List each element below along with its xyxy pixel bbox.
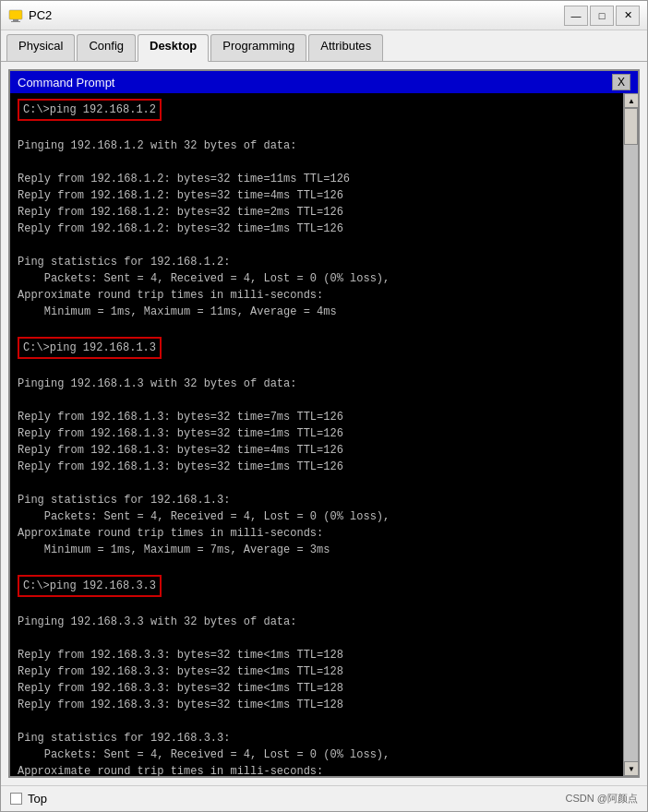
cmd-body-wrapper: C:\>ping 192.168.1.2 Pinging 192.168.1.2… bbox=[10, 93, 638, 776]
cmd-line: Packets: Sent = 4, Received = 4, Lost = … bbox=[18, 746, 616, 763]
cmd-scrollbar[interactable]: ▲ ▼ bbox=[623, 93, 638, 776]
tab-desktop[interactable]: Desktop bbox=[138, 34, 209, 62]
cmd-line: Reply from 192.168.1.2: bytes=32 time=2m… bbox=[18, 204, 616, 221]
command-prompt-window: Command Prompt X C:\>ping 192.168.1.2 Pi… bbox=[8, 69, 640, 778]
cmd-line: Reply from 192.168.1.2: bytes=32 time=1m… bbox=[18, 221, 616, 237]
top-label: Top bbox=[28, 792, 47, 806]
cmd-line: Reply from 192.168.3.3: bytes=32 time<1m… bbox=[18, 647, 616, 663]
tab-attributes[interactable]: Attributes bbox=[308, 34, 383, 61]
bottom-bar: Top CSDN @阿颜点 bbox=[1, 785, 647, 811]
cmd-boxed-line: C:\>ping 192.168.1.2 bbox=[18, 99, 162, 121]
cmd-boxed-line: C:\>ping 192.168.1.3 bbox=[18, 337, 162, 359]
cmd-close-button[interactable]: X bbox=[612, 74, 630, 90]
main-content: Command Prompt X C:\>ping 192.168.1.2 Pi… bbox=[1, 62, 647, 785]
cmd-line: Reply from 192.168.1.3: bytes=32 time=1m… bbox=[18, 459, 616, 475]
cmd-line: Reply from 192.168.3.3: bytes=32 time<1m… bbox=[18, 697, 616, 713]
scrollbar-down-arrow[interactable]: ▼ bbox=[624, 761, 638, 776]
tab-config[interactable]: Config bbox=[77, 34, 136, 61]
maximize-button[interactable]: □ bbox=[590, 6, 614, 26]
cmd-line: Pinging 192.168.1.3 with 32 bytes of dat… bbox=[18, 376, 616, 392]
cmd-body[interactable]: C:\>ping 192.168.1.2 Pinging 192.168.1.2… bbox=[10, 93, 623, 776]
cmd-line: Approximate round trip times in milli-se… bbox=[18, 287, 616, 304]
cmd-line: Pinging 192.168.1.2 with 32 bytes of dat… bbox=[18, 137, 616, 154]
cmd-line: Packets: Sent = 4, Received = 4, Lost = … bbox=[18, 508, 616, 525]
tab-programming[interactable]: Programming bbox=[210, 34, 306, 61]
cmd-line: Minimum = 1ms, Maximum = 11ms, Average =… bbox=[18, 304, 616, 320]
cmd-line: Approximate round trip times in milli-se… bbox=[18, 525, 616, 542]
title-bar-left: PC2 bbox=[8, 8, 52, 23]
tab-bar: Physical Config Desktop Programming Attr… bbox=[1, 30, 647, 62]
cmd-line: Reply from 192.168.1.3: bytes=32 time=7m… bbox=[18, 409, 616, 425]
scrollbar-track bbox=[624, 108, 638, 761]
title-buttons: — □ ✕ bbox=[564, 6, 640, 26]
cmd-line: Reply from 192.168.1.2: bytes=32 time=4m… bbox=[18, 187, 616, 204]
cmd-line: Ping statistics for 192.168.1.2: bbox=[18, 254, 616, 270]
pc-icon bbox=[8, 8, 23, 23]
bottom-left: Top bbox=[10, 792, 47, 806]
cmd-line: Reply from 192.168.1.3: bytes=32 time=1m… bbox=[18, 425, 616, 442]
scrollbar-up-arrow[interactable]: ▲ bbox=[624, 93, 638, 108]
cmd-line: Pinging 192.168.3.3 with 32 bytes of dat… bbox=[18, 614, 616, 630]
cmd-title-label: Command Prompt bbox=[18, 76, 114, 90]
svg-rect-0 bbox=[9, 10, 22, 19]
scrollbar-thumb[interactable] bbox=[624, 108, 638, 145]
top-checkbox[interactable] bbox=[10, 793, 22, 805]
cmd-line: Reply from 192.168.3.3: bytes=32 time<1m… bbox=[18, 680, 616, 697]
main-window: PC2 — □ ✕ Physical Config Desktop Progra… bbox=[0, 0, 648, 812]
close-button[interactable]: ✕ bbox=[616, 6, 640, 26]
cmd-line: Approximate round trip times in milli-se… bbox=[18, 763, 616, 776]
cmd-line: Ping statistics for 192.168.3.3: bbox=[18, 730, 616, 746]
cmd-line: Minimum = 1ms, Maximum = 7ms, Average = … bbox=[18, 542, 616, 558]
cmd-line: Reply from 192.168.1.2: bytes=32 time=11… bbox=[18, 171, 616, 187]
watermark: CSDN @阿颜点 bbox=[566, 792, 638, 806]
minimize-button[interactable]: — bbox=[564, 6, 588, 26]
cmd-line: Reply from 192.168.3.3: bytes=32 time<1m… bbox=[18, 663, 616, 680]
cmd-boxed-line: C:\>ping 192.168.3.3 bbox=[18, 575, 162, 597]
cmd-line: Ping statistics for 192.168.1.3: bbox=[18, 492, 616, 508]
cmd-line: Reply from 192.168.1.3: bytes=32 time=4m… bbox=[18, 442, 616, 459]
title-bar: PC2 — □ ✕ bbox=[1, 1, 647, 30]
cmd-title-bar: Command Prompt X bbox=[10, 71, 638, 93]
svg-rect-2 bbox=[11, 21, 20, 22]
window-title: PC2 bbox=[29, 8, 52, 22]
tab-physical[interactable]: Physical bbox=[6, 34, 75, 61]
cmd-line: Packets: Sent = 4, Received = 4, Lost = … bbox=[18, 270, 616, 287]
svg-rect-1 bbox=[13, 19, 18, 21]
